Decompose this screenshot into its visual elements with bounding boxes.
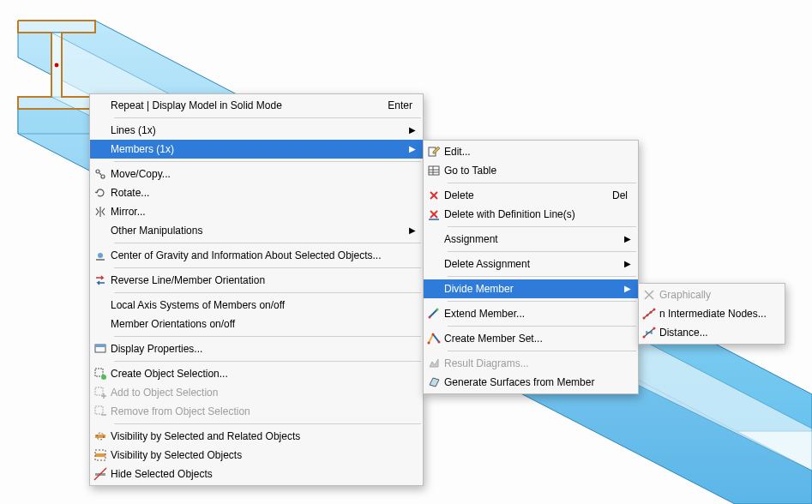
- lines-1x[interactable]: Lines (1x)▶: [90, 121, 423, 140]
- delete-icon: [424, 189, 444, 202]
- mirror[interactable]: Mirror...: [90, 202, 423, 221]
- local-axis-toggle-label: Local Axis Systems of Members on/off: [111, 299, 418, 311]
- separator: [114, 267, 421, 268]
- delete-assignment[interactable]: Delete Assignment▶: [424, 255, 638, 273]
- reverse-orientation-label: Reverse Line/Member Orientation: [111, 274, 418, 286]
- visibility-related[interactable]: Visibility by Selected and Related Objec…: [90, 427, 423, 446]
- add-object-selection-label: Add to Object Selection: [111, 387, 418, 399]
- svg-rect-21: [95, 453, 105, 457]
- svg-point-47: [643, 317, 646, 320]
- extend-member[interactable]: Extend Member...: [424, 304, 638, 323]
- svg-point-53: [653, 327, 656, 330]
- svg-line-35: [430, 309, 437, 317]
- separator: [448, 301, 636, 302]
- separator: [448, 183, 636, 183]
- center-of-gravity[interactable]: Center of Gravity and Information About …: [90, 246, 423, 265]
- repeat-display-model-accel: Enter: [388, 99, 418, 111]
- divide-distance-label: Distance...: [659, 327, 779, 339]
- remove-object-selection-label: Remove from Object Selection: [111, 405, 418, 417]
- add-object-selection: Add to Object Selection: [90, 383, 423, 402]
- svg-point-11: [98, 253, 103, 258]
- members-1x[interactable]: Members (1x)▶: [90, 140, 423, 159]
- delete-label: Delete: [444, 189, 612, 201]
- svg-rect-17: [95, 387, 103, 395]
- menu3: Graphicallyn Intermediate Nodes...Distan…: [638, 283, 785, 345]
- create-sel-icon: [90, 367, 111, 381]
- reverse-icon: [90, 273, 111, 287]
- add-sel-icon: [90, 386, 111, 399]
- edit[interactable]: Edit...: [424, 142, 638, 161]
- divide-distance[interactable]: Distance...: [639, 323, 785, 342]
- submenu-arrow-icon: ▶: [623, 235, 633, 243]
- divide-graphically: Graphically: [639, 285, 785, 304]
- svg-point-16: [101, 375, 106, 380]
- lines-1x-label: Lines (1x): [111, 124, 407, 136]
- svg-marker-1: [18, 21, 95, 33]
- divide-n-nodes-label: n Intermediate Nodes...: [659, 308, 782, 320]
- separator: [448, 251, 636, 252]
- svg-rect-18: [95, 406, 103, 414]
- edit-icon: [424, 145, 444, 159]
- svg-marker-4: [18, 97, 95, 109]
- result-diag-icon: [424, 357, 444, 370]
- separator: [114, 243, 421, 243]
- visibility-related-label: Visibility by Selected and Related Objec…: [111, 430, 418, 442]
- svg-point-10: [101, 175, 105, 178]
- divide-n-nodes[interactable]: n Intermediate Nodes...: [639, 304, 785, 323]
- separator: [448, 326, 636, 327]
- svg-point-48: [647, 314, 649, 316]
- member-set-icon: [424, 332, 444, 345]
- repeat-display-model[interactable]: Repeat | Display Model in Solid ModeEnte…: [90, 96, 423, 115]
- rotate-label: Rotate...: [111, 187, 418, 199]
- mirror-label: Mirror...: [111, 206, 418, 218]
- edit-label: Edit...: [444, 146, 633, 158]
- generate-surfaces-label: Generate Surfaces from Member: [444, 376, 633, 388]
- nodes-icon: [639, 307, 659, 321]
- delete-assignment-label: Delete Assignment: [444, 258, 623, 270]
- delete-with-lines[interactable]: Delete with Definition Line(s): [424, 205, 638, 224]
- svg-line-46: [644, 309, 654, 318]
- delete[interactable]: DeleteDel: [424, 186, 638, 205]
- separator: [448, 226, 636, 227]
- generate-surfaces[interactable]: Generate Surfaces from Member: [424, 373, 638, 392]
- go-to-table-label: Go to Table: [444, 165, 633, 177]
- create-member-set-label: Create Member Set...: [444, 333, 633, 345]
- separator: [114, 292, 421, 293]
- separator: [114, 161, 421, 162]
- reverse-orientation[interactable]: Reverse Line/Member Orientation: [90, 271, 423, 290]
- mirror-icon: [90, 205, 111, 219]
- create-object-selection[interactable]: Create Object Selection...: [90, 364, 423, 383]
- assignment[interactable]: Assignment▶: [424, 230, 638, 249]
- move-copy[interactable]: Move/Copy...: [90, 165, 423, 183]
- move-copy-icon: [90, 167, 111, 181]
- remove-object-selection: Remove from Object Selection: [90, 402, 423, 421]
- other-manipulations[interactable]: Other Manipulations▶: [90, 221, 423, 240]
- delete-with-lines-label: Delete with Definition Line(s): [444, 208, 633, 220]
- member-orient-toggle[interactable]: Member Orientations on/off: [90, 315, 423, 333]
- svg-point-37: [436, 309, 439, 311]
- svg-marker-6: [51, 33, 62, 97]
- submenu-arrow-icon: ▶: [407, 226, 418, 235]
- member-orient-toggle-label: Member Orientations on/off: [111, 318, 418, 330]
- svg-point-41: [432, 333, 435, 336]
- move-copy-label: Move/Copy...: [111, 168, 418, 180]
- result-diagrams-label: Result Diagrams...: [444, 357, 633, 369]
- rotate[interactable]: Rotate...: [90, 183, 423, 202]
- divide-member[interactable]: Divide Member▶: [424, 279, 638, 298]
- svg-point-40: [428, 342, 430, 345]
- separator: [114, 361, 421, 362]
- display-properties[interactable]: Display Properties...: [90, 339, 423, 358]
- rotate-icon: [90, 186, 111, 200]
- create-member-set[interactable]: Create Member Set...: [424, 329, 638, 348]
- visibility-selected[interactable]: Visibility by Selected Objects: [90, 446, 423, 465]
- submenu-arrow-icon: ▶: [623, 285, 633, 293]
- svg-marker-5: [18, 109, 95, 134]
- go-to-table[interactable]: Go to Table: [424, 161, 638, 180]
- svg-point-52: [643, 336, 646, 339]
- center-of-gravity-label: Center of Gravity and Information About …: [111, 249, 418, 261]
- hide-selected[interactable]: Hide Selected Objects: [90, 465, 423, 483]
- table-icon: [424, 164, 444, 177]
- svg-rect-26: [429, 166, 439, 175]
- svg-point-50: [653, 309, 656, 311]
- local-axis-toggle[interactable]: Local Axis Systems of Members on/off: [90, 296, 423, 315]
